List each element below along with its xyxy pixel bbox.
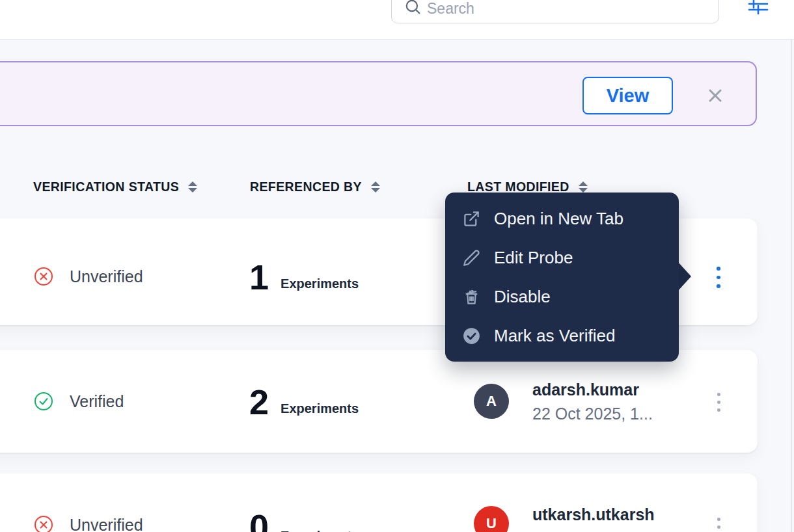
check-circle-icon bbox=[463, 327, 480, 345]
experiment-count-unit: Experiments bbox=[281, 401, 359, 416]
menu-item-label: Edit Probe bbox=[494, 248, 573, 268]
search-icon bbox=[404, 0, 421, 15]
sort-icon bbox=[188, 181, 197, 193]
avatar: U bbox=[474, 506, 509, 532]
notification-banner: View bbox=[0, 61, 757, 126]
column-header-verification-status[interactable]: VERIFICATION STATUS bbox=[33, 172, 197, 201]
column-label: REFERENCED BY bbox=[250, 180, 362, 194]
modified-by-name: utkarsh.utkarsh bbox=[532, 506, 655, 524]
menu-item-disable[interactable]: Disable bbox=[445, 277, 679, 316]
row-actions-menu-button[interactable] bbox=[713, 514, 724, 532]
experiment-count-unit: Experiments bbox=[281, 529, 359, 532]
close-icon[interactable] bbox=[706, 86, 724, 105]
experiment-count: 2 bbox=[249, 384, 269, 420]
pencil-icon bbox=[463, 249, 480, 267]
column-label: VERIFICATION STATUS bbox=[33, 180, 179, 194]
search-input[interactable] bbox=[427, 0, 707, 23]
menu-item-mark-as-verified[interactable]: Mark as Verified bbox=[445, 316, 679, 355]
menu-item-open-in-new-tab[interactable]: Open in New Tab bbox=[445, 199, 679, 238]
experiment-count: 0 bbox=[249, 509, 269, 532]
menu-item-label: Mark as Verified bbox=[494, 326, 615, 346]
context-menu-pointer bbox=[678, 261, 691, 291]
status-label: Unverified bbox=[70, 267, 143, 286]
search-box[interactable] bbox=[391, 0, 719, 23]
table-row[interactable]: Verified 2 Experiments A adarsh.kumar 22… bbox=[0, 350, 758, 453]
avatar: A bbox=[474, 384, 509, 419]
menu-item-label: Disable bbox=[494, 287, 551, 307]
status-label: Verified bbox=[70, 392, 124, 411]
view-button[interactable]: View bbox=[582, 77, 673, 114]
column-header-referenced-by[interactable]: REFERENCED BY bbox=[250, 172, 380, 201]
sort-icon bbox=[371, 181, 380, 193]
filter-sliders-icon[interactable] bbox=[747, 0, 769, 16]
external-link-icon bbox=[463, 210, 480, 228]
modified-by-name: adarsh.kumar bbox=[532, 381, 653, 399]
unverified-icon bbox=[34, 267, 53, 286]
experiment-count: 1 bbox=[249, 259, 269, 295]
status-label: Unverified bbox=[70, 516, 143, 532]
row-actions-menu-button-active[interactable] bbox=[713, 263, 724, 292]
right-edge-divider bbox=[791, 40, 792, 532]
modified-date: 22 Oct 2025, 1... bbox=[532, 405, 653, 423]
trash-icon bbox=[463, 288, 480, 306]
menu-item-edit-probe[interactable]: Edit Probe bbox=[445, 238, 679, 277]
menu-item-label: Open in New Tab bbox=[494, 209, 623, 229]
sort-icon bbox=[579, 181, 588, 193]
top-header-bar bbox=[0, 0, 794, 40]
verified-icon bbox=[34, 392, 53, 411]
unverified-icon bbox=[34, 515, 53, 532]
experiment-count-unit: Experiments bbox=[281, 276, 359, 291]
row-actions-menu-button[interactable] bbox=[713, 389, 724, 416]
table-row[interactable]: Unverified 0 Experiments U utkarsh.utkar… bbox=[0, 473, 758, 532]
context-menu: Open in New Tab Edit Probe Disable Mark … bbox=[445, 193, 679, 362]
